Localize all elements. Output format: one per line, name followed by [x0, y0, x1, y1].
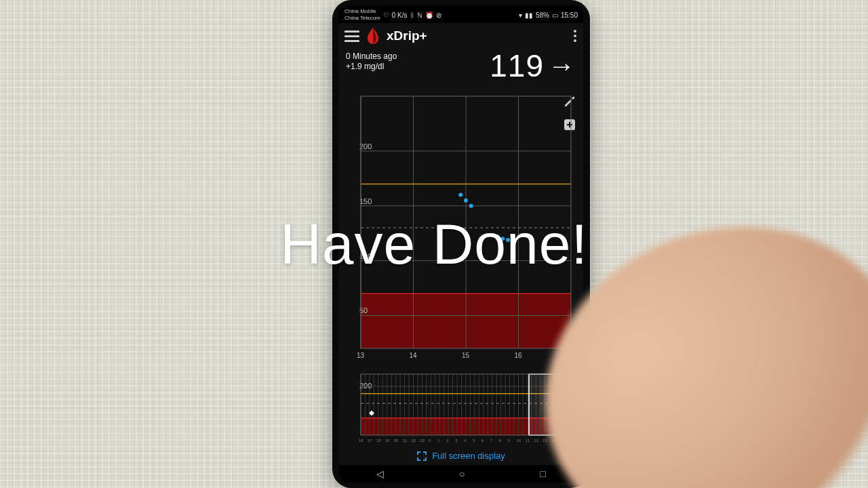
- svg-text:2: 2: [446, 439, 449, 443]
- svg-text:22: 22: [412, 439, 416, 443]
- nfc-icon: ℕ: [417, 12, 422, 19]
- alarm-icon: ⏰: [425, 12, 433, 19]
- nav-home-icon[interactable]: ○: [459, 468, 465, 479]
- svg-text:23: 23: [420, 439, 425, 443]
- menu-icon[interactable]: [344, 30, 359, 42]
- svg-text:10: 10: [517, 439, 521, 443]
- svg-point-26: [500, 237, 505, 241]
- fullscreen-label: Full screen display: [432, 451, 505, 461]
- reading-timestamp: 0 Minutes ago +1.9 mg/dl: [346, 52, 397, 72]
- glucose-reading[interactable]: 119 →: [490, 47, 575, 84]
- svg-point-27: [506, 238, 510, 242]
- dnd-icon: ⊘: [436, 12, 441, 19]
- svg-text:20: 20: [394, 439, 399, 443]
- wifi-icon: ▾: [519, 12, 522, 19]
- minutes-ago: 0 Minutes ago: [346, 52, 397, 62]
- svg-text:15: 15: [560, 439, 565, 443]
- svg-rect-83: [529, 374, 571, 435]
- glucose-main-chart[interactable]: 5010015020013141516: [349, 94, 574, 365]
- svg-text:13: 13: [357, 352, 365, 359]
- heart-icon: ♡: [383, 12, 389, 19]
- svg-text:16: 16: [569, 439, 574, 443]
- svg-text:14: 14: [410, 352, 418, 359]
- svg-text:3: 3: [455, 439, 458, 443]
- app-bar: xDrip+: [339, 23, 583, 47]
- nav-recent-icon[interactable]: □: [540, 468, 545, 479]
- overflow-menu-icon[interactable]: [574, 30, 576, 42]
- svg-text:15: 15: [462, 352, 470, 359]
- svg-text:200: 200: [359, 142, 372, 150]
- carrier-labels: China Mobile China Telecom: [344, 8, 380, 22]
- svg-text:6: 6: [481, 439, 484, 443]
- svg-text:200: 200: [359, 382, 372, 390]
- svg-point-24: [469, 204, 473, 208]
- svg-text:1: 1: [437, 439, 440, 443]
- svg-text:21: 21: [403, 439, 408, 443]
- glucose-value: 119: [490, 47, 544, 84]
- svg-text:16: 16: [359, 439, 363, 443]
- svg-point-23: [464, 199, 468, 203]
- svg-text:8: 8: [499, 439, 502, 443]
- delta-value: +1.9 mg/dl: [346, 62, 397, 72]
- svg-text:7: 7: [490, 439, 493, 443]
- glucose-mini-chart[interactable]: 2001617181920212223012345678910111213141…: [349, 371, 574, 446]
- fullscreen-icon: [417, 451, 427, 461]
- svg-point-22: [458, 193, 462, 197]
- svg-text:13: 13: [542, 439, 547, 443]
- app-logo-icon: [366, 27, 380, 45]
- svg-text:11: 11: [525, 439, 530, 443]
- svg-point-25: [496, 235, 500, 239]
- data-rate: 0 K/s: [392, 12, 408, 19]
- svg-text:9: 9: [508, 439, 511, 443]
- svg-text:17: 17: [368, 439, 372, 443]
- svg-text:150: 150: [359, 197, 372, 205]
- phone-screen: China Mobile China Telecom ♡ 0 K/s ᛒ ℕ ⏰…: [339, 5, 583, 483]
- fullscreen-button[interactable]: Full screen display: [339, 447, 583, 465]
- phone-frame: China Mobile China Telecom ♡ 0 K/s ᛒ ℕ ⏰…: [332, 0, 590, 488]
- battery-label: 58%: [536, 12, 549, 19]
- svg-text:100: 100: [359, 252, 372, 260]
- svg-text:14: 14: [551, 439, 556, 443]
- battery-icon: ▭: [552, 12, 558, 19]
- svg-text:16: 16: [515, 352, 523, 359]
- svg-text:18: 18: [376, 439, 381, 443]
- status-bar: China Mobile China Telecom ♡ 0 K/s ᛒ ℕ ⏰…: [339, 5, 583, 23]
- carrier-2: China Telecom: [344, 15, 380, 22]
- svg-text:19: 19: [385, 439, 390, 443]
- svg-text:0: 0: [429, 439, 431, 443]
- trend-arrow-icon: →: [548, 52, 575, 79]
- nav-back-icon[interactable]: ◁: [376, 468, 384, 479]
- svg-text:12: 12: [534, 439, 538, 443]
- signal-icon: ▮▮: [525, 12, 533, 19]
- svg-text:5: 5: [473, 439, 475, 443]
- reading-row: 0 Minutes ago +1.9 mg/dl 119 →: [339, 47, 583, 84]
- android-nav-bar: ◁ ○ □: [339, 465, 583, 483]
- bluetooth-icon: ᛒ: [410, 12, 414, 19]
- clock: 15:50: [561, 12, 578, 19]
- carrier-1: China Mobile: [344, 8, 380, 15]
- app-title: xDrip+: [387, 28, 427, 43]
- svg-text:4: 4: [464, 439, 467, 443]
